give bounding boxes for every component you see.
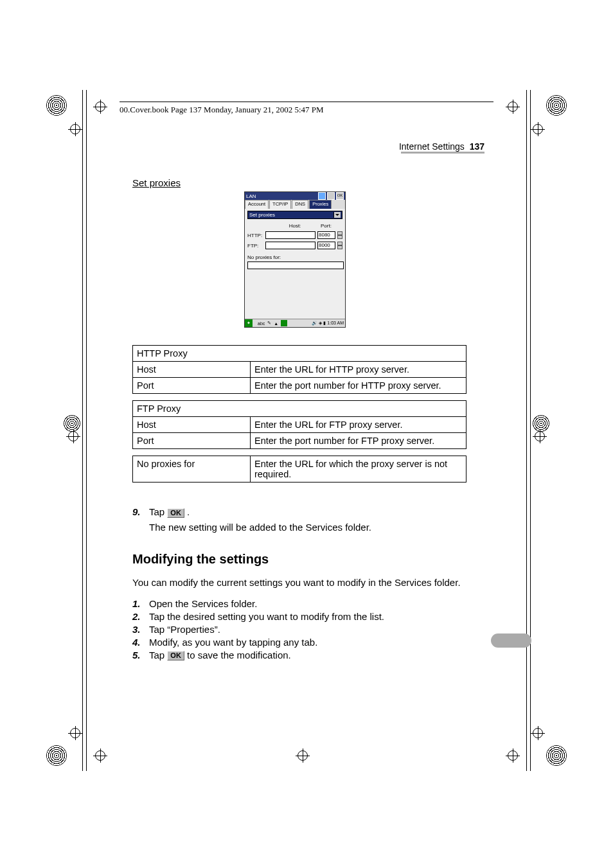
host-column-label: Host:: [269, 223, 321, 229]
ftp-port-label: Port: [133, 433, 251, 449]
step-number: 1.: [132, 598, 149, 609]
step-5: 5. Tap OK to save the modification.: [132, 650, 466, 661]
step-1: 1. Open the Services folder.: [132, 598, 466, 609]
step-9: 9. Tap OK .: [132, 506, 466, 518]
tab-dns[interactable]: DNS: [292, 200, 308, 209]
pen-icon[interactable]: ✎: [267, 321, 271, 326]
ftp-port-spinner[interactable]: [337, 242, 342, 249]
crop-circle-icon: [546, 95, 567, 116]
step-4: 4. Modify, as you want by tapping any ta…: [132, 637, 466, 648]
no-proxies-row-label: No proxies for:: [247, 254, 342, 260]
crop-rule: [82, 90, 83, 771]
ok-button-graphic: OK: [167, 651, 184, 660]
thumb-tab: [491, 633, 531, 648]
tab-account[interactable]: Account: [245, 200, 269, 209]
step-5-pre: Tap: [149, 650, 167, 660]
http-port-desc: Enter the port number for HTTP proxy ser…: [251, 378, 466, 394]
http-row-label: HTTP:: [247, 233, 263, 238]
pda-window-title: LAN: [246, 193, 256, 199]
no-proxies-input[interactable]: [247, 261, 344, 269]
crop-rule: [526, 90, 527, 771]
http-proxy-table: HTTP Proxy Host Enter the URL for HTTP p…: [132, 345, 466, 394]
step-9-post: .: [187, 506, 190, 517]
step-number: 3.: [132, 624, 149, 635]
running-header: Internet Settings 137: [399, 141, 484, 152]
running-header-title: Internet Settings: [399, 141, 465, 152]
http-port-label: Port: [133, 378, 251, 394]
ok-button-graphic: OK: [167, 508, 184, 518]
no-proxies-table: No proxies for Enter the URL for which t…: [132, 456, 466, 483]
step-number: 5.: [132, 650, 149, 661]
step-2: 2. Tap the desired setting you want to m…: [132, 611, 466, 622]
crop-circle-icon: [546, 745, 567, 766]
crop-rule: [530, 90, 531, 771]
proxy-mode-dropdown[interactable]: Set proxies: [247, 211, 342, 219]
crop-rule: [86, 90, 87, 771]
step-number: 9.: [132, 506, 149, 518]
http-port-input[interactable]: 8080: [317, 231, 335, 239]
pda-taskbar[interactable]: ✦ abc ✎ ▲ 🔊 ◈ ▮ 1:03 AM: [245, 319, 345, 327]
http-port-spinner[interactable]: [337, 231, 342, 239]
ftp-proxy-header: FTP Proxy: [133, 401, 466, 417]
pda-tab-bar: Account TCP/IP DNS Proxies: [245, 200, 345, 209]
pda-titlebar[interactable]: LAN OK: [245, 192, 345, 200]
crop-circle-icon: [46, 745, 67, 766]
up-icon[interactable]: ▲: [274, 321, 278, 326]
port-column-label: Port:: [321, 223, 342, 229]
step-text: Tap the desired setting you want to modi…: [149, 611, 466, 622]
step-number: 4.: [132, 637, 149, 648]
step-9-sub: The new setting will be added to the Ser…: [149, 522, 466, 533]
no-proxies-label: No proxies for: [133, 456, 251, 483]
proxy-mode-value: Set proxies: [249, 212, 275, 218]
step-text: Open the Services folder.: [149, 598, 466, 609]
http-host-input[interactable]: [265, 231, 315, 239]
reg-cross-icon: [93, 100, 107, 114]
tab-tcpip[interactable]: TCP/IP: [269, 200, 291, 209]
ftp-port-input[interactable]: 8000: [317, 242, 335, 249]
close-icon[interactable]: [327, 192, 335, 200]
reg-cross-icon: [296, 748, 310, 763]
crop-circle-icon: [46, 95, 67, 116]
section-title-set-proxies: Set proxies: [132, 177, 466, 188]
reg-cross-icon: [68, 726, 82, 740]
http-host-desc: Enter the URL for HTTP proxy server.: [251, 362, 466, 378]
spinner-down-icon[interactable]: [337, 245, 342, 249]
reg-cross-icon: [506, 748, 520, 763]
ftp-host-input[interactable]: [265, 242, 315, 249]
modifying-intro-paragraph: You can modify the current settings you …: [132, 577, 466, 588]
running-header-rule: [401, 152, 484, 154]
heading-modifying-settings: Modifying the settings: [132, 552, 466, 567]
reg-cross-icon: [66, 429, 80, 443]
chevron-down-icon: [333, 212, 341, 218]
page-number: 137: [470, 141, 484, 152]
frame-header-text: 00.Cover.book Page 137 Monday, January 2…: [120, 105, 324, 115]
start-icon[interactable]: ✦: [245, 319, 253, 327]
reg-cross-icon: [533, 429, 547, 443]
no-proxies-desc: Enter the URL for which the proxy server…: [251, 456, 466, 483]
reg-cross-icon: [506, 100, 520, 114]
reg-cross-icon: [531, 726, 545, 740]
ftp-port-desc: Enter the port number for FTP proxy serv…: [251, 433, 466, 449]
reg-cross-icon: [93, 748, 107, 763]
ftp-host-label: Host: [133, 417, 251, 433]
reg-cross-icon: [68, 122, 82, 136]
step-5-post: to save the modification.: [187, 650, 291, 660]
network-icon[interactable]: ◈: [319, 321, 322, 325]
help-icon[interactable]: [318, 192, 326, 200]
header-rule: [120, 102, 493, 102]
step-9-pre: Tap: [149, 506, 167, 517]
step-number: 2.: [132, 611, 149, 622]
http-host-label: Host: [133, 362, 251, 378]
ftp-host-desc: Enter the URL for FTP proxy server.: [251, 417, 466, 433]
ok-icon[interactable]: OK: [336, 192, 344, 200]
sip-icon[interactable]: [281, 320, 287, 326]
keyboard-icon[interactable]: abc: [258, 321, 265, 326]
battery-icon[interactable]: ▮: [323, 321, 326, 325]
pda-screenshot: LAN OK Account TCP/IP DNS Proxies Set pr…: [244, 191, 346, 328]
step-3: 3. Tap “Properties”.: [132, 624, 466, 635]
speaker-icon[interactable]: 🔊: [312, 321, 317, 325]
tab-proxies[interactable]: Proxies: [309, 200, 332, 209]
reg-cross-icon: [531, 122, 545, 136]
spinner-down-icon[interactable]: [337, 235, 342, 239]
step-text: Tap “Properties”.: [149, 624, 466, 635]
